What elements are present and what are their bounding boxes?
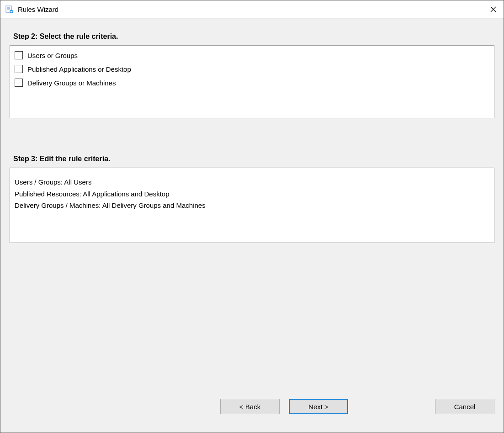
criteria-summary-line: Published Resources: All Applications an… <box>15 188 489 200</box>
wizard-icon <box>5 5 14 14</box>
criteria-summary-line: Delivery Groups / Machines: All Delivery… <box>15 200 489 211</box>
close-button[interactable] <box>483 0 504 19</box>
criteria-label: Delivery Groups or Machines <box>27 79 116 87</box>
checkbox-icon <box>15 65 23 73</box>
criteria-summary-line: Users / Groups: All Users <box>15 176 489 188</box>
checkbox-icon <box>15 79 23 87</box>
svg-point-4 <box>10 10 13 13</box>
titlebar: Rules Wizard <box>0 0 504 19</box>
wizard-buttons: < Back Next > Cancel <box>10 399 494 423</box>
step3-panel: Users / Groups: All Users Published Reso… <box>10 168 494 243</box>
step2-panel: Users or Groups Published Applications o… <box>10 45 494 118</box>
rules-wizard-window: Rules Wizard Step 2: Select the rule cri… <box>0 0 504 433</box>
step3-heading: Step 3: Edit the rule criteria. <box>10 155 494 163</box>
criteria-label: Users or Groups <box>27 52 78 59</box>
next-button[interactable]: Next > <box>289 399 348 414</box>
content-area: Step 2: Select the rule criteria. Users … <box>0 19 504 433</box>
criteria-label: Published Applications or Desktop <box>27 65 131 73</box>
window-title: Rules Wizard <box>18 5 483 13</box>
criteria-users-or-groups[interactable]: Users or Groups <box>15 51 489 59</box>
back-button[interactable]: < Back <box>220 399 280 414</box>
criteria-published-applications[interactable]: Published Applications or Desktop <box>15 65 489 73</box>
checkbox-icon <box>15 51 23 59</box>
step2-heading: Step 2: Select the rule criteria. <box>10 32 494 41</box>
criteria-delivery-groups[interactable]: Delivery Groups or Machines <box>15 79 489 87</box>
cancel-button[interactable]: Cancel <box>435 399 494 414</box>
